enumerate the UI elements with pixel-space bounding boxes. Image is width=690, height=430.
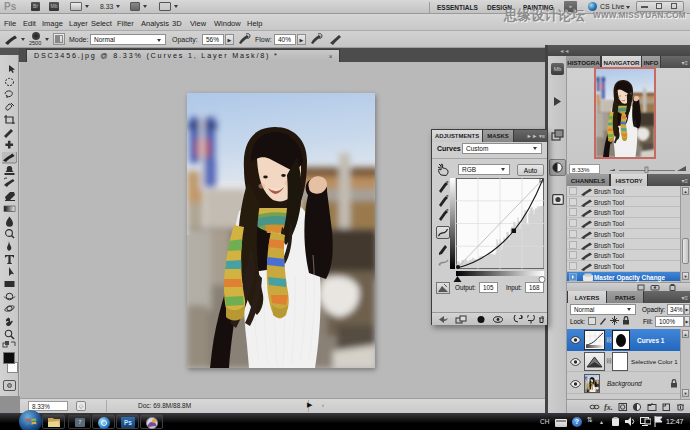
svg-text:fx.: fx. xyxy=(604,403,613,411)
